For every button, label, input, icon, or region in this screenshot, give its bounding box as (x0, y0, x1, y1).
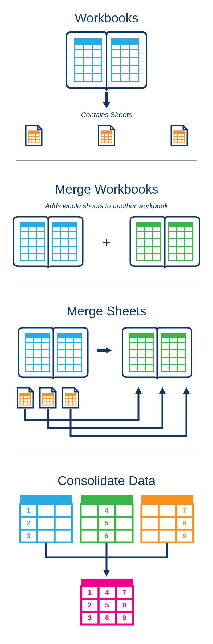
svg-rect-81 (57, 333, 81, 338)
svg-rect-151 (81, 530, 98, 542)
svg-rect-55 (137, 222, 161, 261)
svg-marker-126 (159, 387, 166, 394)
svg-text:1: 1 (88, 588, 92, 596)
svg-rect-168 (159, 530, 176, 542)
sheet-files (0, 124, 213, 147)
svg-text:6: 6 (105, 532, 108, 540)
svg-text:7: 7 (122, 588, 126, 596)
svg-text:1: 1 (27, 506, 30, 514)
svg-rect-133 (37, 517, 55, 530)
svg-rect-10 (112, 39, 138, 44)
sheet-file-icon (170, 124, 189, 147)
consolidate-diagram: 123456789 147258369 (13, 493, 200, 627)
caption: Contains Sheets (0, 111, 213, 119)
svg-text:5: 5 (105, 519, 108, 527)
svg-rect-56 (137, 222, 161, 227)
svg-text:9: 9 (183, 532, 186, 540)
svg-rect-137 (55, 530, 72, 542)
svg-rect-80 (57, 333, 81, 372)
svg-rect-64 (169, 222, 193, 227)
svg-text:6: 6 (105, 614, 109, 622)
subtitle: Adds whole sheets to another workbook (0, 202, 213, 210)
svg-rect-92 (129, 333, 153, 338)
title: Merge Workbooks (0, 182, 213, 197)
svg-rect-39 (20, 222, 44, 227)
title: Consolidate Data (0, 473, 213, 488)
title: Merge Sheets (0, 304, 213, 318)
svg-rect-160 (141, 495, 193, 504)
svg-rect-91 (129, 333, 153, 372)
svg-rect-153 (115, 530, 133, 542)
svg-rect-136 (37, 530, 55, 542)
svg-rect-99 (161, 333, 185, 372)
svg-rect-120 (65, 393, 76, 396)
svg-rect-73 (25, 333, 49, 338)
svg-text:7: 7 (183, 506, 186, 514)
svg-text:9: 9 (122, 614, 126, 622)
workbook-cyan-icon (11, 215, 85, 269)
svg-text:2: 2 (88, 601, 92, 609)
svg-rect-63 (169, 222, 193, 261)
workbook-icon (64, 31, 149, 92)
divider (16, 452, 197, 452)
sheet-file-icon (24, 124, 43, 147)
svg-rect-145 (81, 504, 98, 517)
plus-operator: + (102, 233, 111, 251)
title: Workbooks (0, 11, 213, 25)
svg-rect-46 (52, 222, 76, 261)
svg-text:5: 5 (105, 601, 109, 609)
workbook-green-icon (128, 215, 202, 269)
svg-marker-125 (135, 387, 142, 394)
svg-rect-26 (101, 131, 112, 134)
section-consolidate: Consolidate Data 123456789 147258369 (0, 463, 213, 629)
svg-rect-72 (25, 333, 49, 372)
svg-text:2: 2 (27, 519, 30, 527)
svg-text:8: 8 (183, 519, 186, 527)
svg-rect-2 (75, 39, 101, 44)
section-workbooks: Workbooks Contains Sheets (0, 0, 213, 150)
section-merge-workbooks: Merge Workbooks Adds whole sheets to ano… (0, 171, 213, 271)
svg-rect-100 (161, 333, 185, 338)
svg-rect-131 (55, 504, 72, 517)
svg-marker-18 (103, 102, 110, 108)
svg-rect-9 (112, 39, 138, 81)
svg-text:3: 3 (88, 614, 92, 622)
svg-rect-38 (20, 222, 44, 261)
svg-text:8: 8 (122, 601, 126, 609)
svg-marker-89 (106, 347, 112, 354)
svg-rect-164 (141, 517, 159, 530)
merge-sheets-diagram (13, 324, 200, 438)
svg-rect-1 (75, 39, 101, 81)
svg-marker-176 (103, 570, 110, 577)
svg-rect-148 (81, 517, 98, 530)
svg-text:4: 4 (105, 588, 109, 596)
svg-rect-150 (115, 517, 133, 530)
svg-marker-127 (183, 387, 190, 394)
svg-rect-128 (20, 495, 72, 504)
sheet-file-icon (97, 124, 116, 147)
svg-rect-114 (43, 393, 53, 396)
svg-rect-161 (141, 504, 159, 517)
svg-rect-20 (28, 131, 39, 134)
svg-rect-147 (115, 504, 133, 517)
section-merge-sheets: Merge Sheets (0, 293, 213, 441)
svg-rect-134 (55, 517, 72, 530)
svg-rect-108 (20, 393, 31, 396)
svg-rect-144 (81, 495, 133, 504)
divider (16, 282, 197, 282)
svg-rect-130 (37, 504, 55, 517)
svg-text:4: 4 (105, 506, 109, 514)
divider (16, 160, 197, 161)
svg-rect-177 (81, 579, 133, 586)
svg-text:3: 3 (27, 532, 30, 540)
svg-rect-167 (141, 530, 159, 542)
arrow-down-icon (101, 92, 112, 108)
svg-rect-165 (159, 517, 176, 530)
svg-rect-47 (52, 222, 76, 227)
svg-rect-162 (159, 504, 176, 517)
svg-rect-32 (174, 131, 185, 134)
